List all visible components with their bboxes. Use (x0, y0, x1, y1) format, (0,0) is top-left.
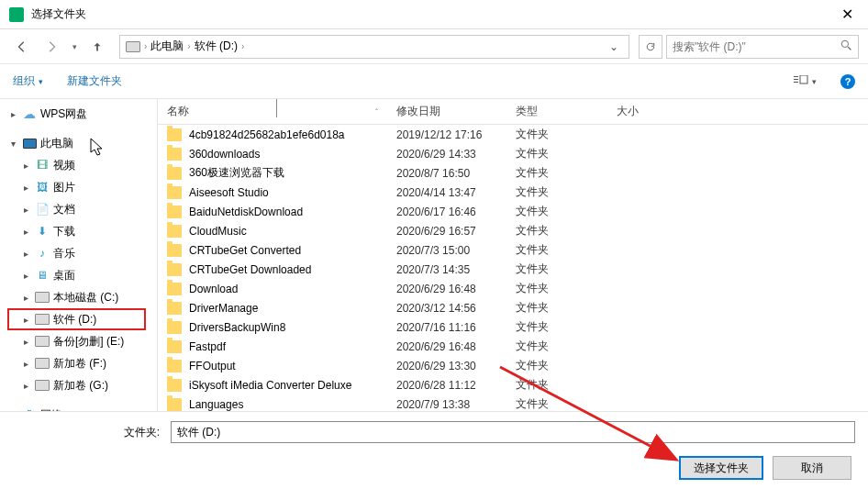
file-date: 2020/7/16 11:16 (396, 321, 516, 334)
back-button[interactable] (9, 34, 35, 60)
sidebar-item-9[interactable]: ▸软件 (D:) (0, 308, 157, 330)
file-name: Download (189, 283, 396, 295)
file-type: 文件夹 (516, 184, 617, 200)
sidebar-label: 本地磁盘 (C:) (53, 290, 118, 306)
sidebar-item-4[interactable]: ▸📄文档 (0, 198, 157, 220)
file-row[interactable]: CloudMusic2020/6/29 16:57文件夹 (158, 221, 868, 240)
file-name: CRTubeGet Downloaded (189, 263, 396, 276)
view-button[interactable]: ▾ (794, 75, 817, 88)
sidebar-item-13[interactable]: ▸🖧网络 (0, 404, 157, 411)
expand-icon[interactable]: ▸ (20, 205, 31, 215)
folder-input[interactable] (171, 421, 855, 443)
file-date: 2019/12/12 17:16 (396, 128, 516, 141)
file-row[interactable]: Fastpdf2020/6/29 16:48文件夹 (158, 337, 868, 356)
newfolder-button[interactable]: 新建文件夹 (67, 73, 122, 89)
file-row[interactable]: CRTubeGet Converted2020/7/3 15:00文件夹 (158, 240, 868, 260)
sidebar-label: 文档 (53, 202, 75, 217)
sidebar-label: 新加卷 (G:) (53, 378, 108, 394)
sidebar-item-2[interactable]: ▸🎞视频 (0, 154, 157, 176)
up-button[interactable] (84, 34, 110, 60)
refresh-button[interactable] (639, 35, 662, 59)
file-row[interactable]: 360downloads2020/6/29 14:33文件夹 (158, 144, 868, 163)
file-name: Languages (189, 398, 396, 411)
expand-icon[interactable]: ▸ (7, 109, 18, 119)
folder-icon (167, 186, 182, 199)
search-input[interactable] (673, 40, 840, 53)
breadcrumb-current[interactable]: 软件 (D:) (195, 39, 238, 54)
search-icon[interactable] (840, 39, 852, 54)
file-row[interactable]: DriverManage2020/3/12 14:56文件夹 (158, 298, 868, 317)
sort-indicator-icon: ˆ (375, 107, 378, 117)
help-button[interactable]: ? (840, 74, 855, 89)
music-icon: ♪ (35, 246, 50, 261)
sidebar-item-12[interactable]: ▸新加卷 (G:) (0, 374, 157, 396)
file-date: 2020/6/29 16:48 (396, 340, 516, 353)
sidebar-item-0[interactable]: ▸☁WPS网盘 (0, 103, 157, 125)
file-type: 文件夹 (516, 165, 617, 181)
expand-icon[interactable]: ▸ (20, 183, 31, 193)
expand-icon[interactable]: ▸ (20, 161, 31, 171)
folder-icon (167, 167, 182, 180)
col-date[interactable]: 修改日期 (396, 104, 516, 119)
cancel-button[interactable]: 取消 (773, 456, 851, 480)
sidebar-item-5[interactable]: ▸⬇下载 (0, 220, 157, 242)
drive-icon (35, 378, 50, 393)
sidebar-label: 备份[勿删] (E:) (53, 334, 124, 350)
col-size[interactable]: 大小 (617, 104, 690, 119)
sidebar-label: 音乐 (53, 246, 75, 261)
svg-line-1 (848, 47, 851, 50)
chevron-right-icon: › (144, 41, 147, 51)
expand-icon[interactable]: ▸ (20, 293, 31, 303)
sidebar-item-10[interactable]: ▸备份[勿删] (E:) (0, 330, 157, 352)
file-date: 2020/3/12 14:56 (396, 302, 516, 315)
file-row[interactable]: Aiseesoft Studio2020/4/14 13:47文件夹 (158, 183, 868, 202)
expand-icon[interactable]: ▸ (20, 271, 31, 281)
expand-icon[interactable]: ▸ (20, 227, 31, 237)
recent-dropdown[interactable]: ▾ (68, 34, 81, 60)
file-row[interactable]: 360极速浏览器下载2020/8/7 16:50文件夹 (158, 163, 868, 183)
col-name[interactable]: 名称ˆ (167, 104, 396, 119)
sidebar-item-1[interactable]: ▾此电脑 (0, 132, 157, 154)
file-name: 360极速浏览器下载 (189, 165, 396, 181)
addressbar[interactable]: › 此电脑 › 软件 (D:) › ⌄ (119, 35, 629, 59)
file-date: 2020/7/9 13:38 (396, 398, 516, 411)
expand-icon[interactable]: ▾ (7, 139, 18, 149)
folder-icon (167, 206, 182, 218)
breadcrumb-root[interactable]: 此电脑 (150, 39, 184, 54)
expand-icon[interactable]: ▸ (20, 337, 31, 347)
down-icon: ⬇ (35, 224, 50, 239)
file-row[interactable]: iSkysoft iMedia Converter Deluxe2020/6/2… (158, 375, 868, 395)
sidebar-item-8[interactable]: ▸本地磁盘 (C:) (0, 286, 157, 308)
sidebar-item-7[interactable]: ▸🖥桌面 (0, 264, 157, 286)
sidebar-label: WPS网盘 (40, 106, 87, 122)
expand-icon[interactable]: ▸ (7, 410, 18, 412)
window-title: 选择文件夹 (31, 6, 826, 22)
file-row[interactable]: FFOutput2020/6/29 13:30文件夹 (158, 356, 868, 375)
file-row[interactable]: Download2020/6/29 16:48文件夹 (158, 279, 868, 298)
forward-button[interactable] (39, 34, 64, 60)
close-button[interactable]: ✕ (826, 0, 868, 29)
col-type[interactable]: 类型 (516, 104, 617, 119)
file-row[interactable]: CRTubeGet Downloaded2020/7/3 14:35文件夹 (158, 260, 868, 279)
column-header: 名称ˆ 修改日期 类型 大小 (158, 99, 868, 125)
organize-button[interactable]: 组织▾ (13, 73, 43, 89)
sidebar-label: 下载 (53, 224, 75, 239)
file-name: Aiseesoft Studio (189, 186, 396, 199)
address-dropdown[interactable]: ⌄ (605, 40, 623, 53)
file-name: DriversBackupWin8 (189, 321, 396, 334)
search-box[interactable] (666, 35, 859, 59)
sidebar-item-3[interactable]: ▸🖼图片 (0, 176, 157, 198)
file-row[interactable]: DriversBackupWin82020/7/16 11:16文件夹 (158, 317, 868, 337)
file-row[interactable]: BaiduNetdiskDownload2020/6/17 16:46文件夹 (158, 202, 868, 221)
svg-point-0 (841, 40, 848, 47)
expand-icon[interactable]: ▸ (20, 381, 31, 391)
file-row[interactable]: Languages2020/7/9 13:38文件夹 (158, 395, 868, 411)
select-folder-button[interactable]: 选择文件夹 (679, 456, 763, 480)
expand-icon[interactable]: ▸ (20, 249, 31, 259)
file-row[interactable]: 4cb91824d25682ab1efe6d018a2019/12/12 17:… (158, 125, 868, 144)
expand-icon[interactable]: ▸ (20, 315, 31, 325)
expand-icon[interactable]: ▸ (20, 359, 31, 369)
file-date: 2020/7/3 14:35 (396, 263, 516, 276)
sidebar-item-6[interactable]: ▸♪音乐 (0, 242, 157, 264)
sidebar-item-11[interactable]: ▸新加卷 (F:) (0, 352, 157, 374)
